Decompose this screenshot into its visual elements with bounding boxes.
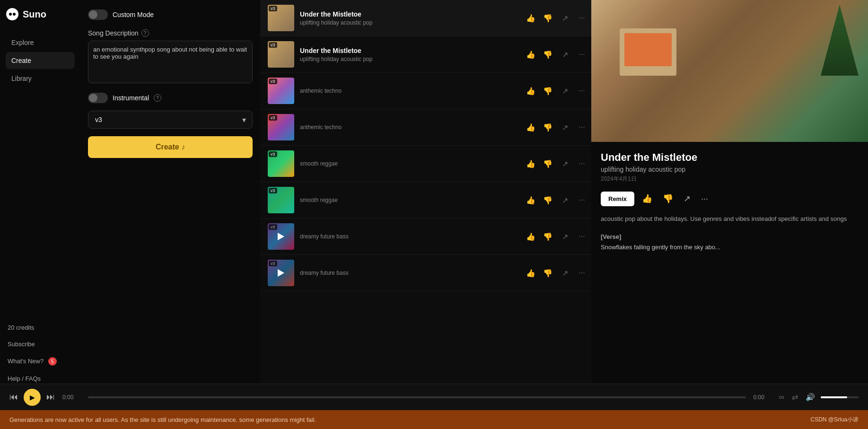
like-button[interactable]: 👍 — [524, 266, 537, 280]
song-list-item[interactable]: v3 Under the Mistletoe uplifting holiday… — [260, 0, 596, 36]
right-description: acoustic pop about the holidays. Use gen… — [601, 214, 859, 224]
song-thumbnail: v3 — [268, 5, 294, 31]
song-genre: smooth reggae — [300, 197, 518, 203]
more-button[interactable]: ··· — [575, 157, 588, 170]
remix-button[interactable]: Remix — [601, 192, 634, 206]
custom-mode-thumb — [89, 10, 97, 19]
like-button[interactable]: 👍 — [524, 11, 537, 25]
svg-point-2 — [13, 13, 16, 16]
song-description-input[interactable] — [88, 41, 253, 83]
sidebar-item-library[interactable]: Library — [6, 70, 75, 87]
version-badge: v3 — [269, 6, 277, 11]
song-list-item[interactable]: v3 smooth reggae 👍 👎 ↗ ··· — [260, 146, 596, 182]
version-badge: v3 — [269, 151, 277, 157]
song-description-help-icon[interactable]: ? — [141, 29, 149, 37]
dislike-button[interactable]: 👎 — [541, 48, 554, 61]
song-info: dreamy future bass — [300, 270, 518, 276]
song-info: anthemic techno — [300, 88, 518, 94]
right-dislike-button[interactable]: 👎 — [660, 191, 676, 207]
like-button[interactable]: 👍 — [524, 157, 537, 170]
song-list-item[interactable]: v3 Under the Mistletoe uplifting holiday… — [260, 36, 596, 73]
song-list-item[interactable]: v3 anthemic techno 👍 👎 ↗ ··· — [260, 109, 596, 146]
song-list-item[interactable]: v3 smooth reggae 👍 👎 ↗ ··· — [260, 182, 596, 219]
instrumental-thumb — [89, 94, 97, 102]
song-description-label-row: Song Description ? — [88, 29, 253, 37]
song-genre: uplifting holiday acoustic pop — [300, 56, 518, 62]
fire-decoration — [624, 33, 672, 66]
more-button[interactable]: ··· — [575, 11, 588, 25]
more-button[interactable]: ··· — [575, 230, 588, 243]
song-list: v3 Under the Mistletoe uplifting holiday… — [260, 0, 596, 291]
right-like-button[interactable]: 👍 — [639, 191, 655, 207]
play-triangle-icon — [278, 269, 284, 277]
custom-mode-toggle[interactable] — [88, 9, 108, 20]
right-panel: Under the Mistletoe uplifting holiday ac… — [591, 0, 868, 407]
share-button[interactable]: ↗ — [558, 84, 571, 97]
sidebar-item-credits[interactable]: 20 credits — [6, 320, 75, 335]
sidebar-item-subscribe[interactable]: Subscribe — [6, 337, 75, 351]
custom-mode-row: Custom Mode — [88, 9, 253, 20]
sidebar-item-create[interactable]: Create — [6, 52, 75, 69]
song-list-item[interactable]: v3 dreamy future bass 👍 👎 ↗ ··· — [260, 255, 596, 291]
song-title: Under the Mistletoe — [300, 10, 518, 18]
share-button[interactable]: ↗ — [558, 48, 571, 61]
song-genre: anthemic techno — [300, 88, 518, 94]
instrumental-help-icon[interactable]: ? — [154, 94, 161, 102]
left-panel: Custom Mode Song Description ? Instrumen… — [80, 0, 260, 407]
sidebar: Suno Explore Create Library 20 credits S… — [0, 0, 80, 429]
song-thumbnail: v3 — [268, 223, 294, 250]
right-more-button[interactable]: ··· — [698, 191, 711, 207]
more-button[interactable]: ··· — [575, 48, 588, 61]
right-share-button[interactable]: ↗ — [681, 191, 693, 207]
dislike-button[interactable]: 👎 — [541, 230, 554, 243]
song-actions: 👍 👎 ↗ ··· — [524, 230, 588, 243]
tree-decoration — [821, 5, 859, 76]
logo[interactable]: Suno — [6, 8, 75, 21]
shuffle-button[interactable]: ⇄ — [792, 393, 798, 402]
song-list-item[interactable]: v3 dreamy future bass 👍 👎 ↗ ··· — [260, 219, 596, 255]
next-button[interactable]: ⏭ — [46, 392, 55, 402]
right-info: Under the Mistletoe uplifting holiday ac… — [591, 142, 868, 262]
share-button[interactable]: ↗ — [558, 11, 571, 25]
share-button[interactable]: ↗ — [558, 121, 571, 134]
play-button[interactable]: ▶ — [24, 389, 41, 406]
song-genre: smooth reggae — [300, 160, 518, 167]
more-button[interactable]: ··· — [575, 121, 588, 134]
like-button[interactable]: 👍 — [524, 121, 537, 134]
song-info: smooth reggae — [300, 160, 518, 167]
song-list-item[interactable]: v3 anthemic techno 👍 👎 ↗ ··· — [260, 73, 596, 109]
version-select[interactable]: v3 v2 v1 — [88, 111, 253, 129]
instrumental-toggle[interactable] — [88, 93, 108, 103]
version-badge: v3 — [269, 188, 277, 193]
lyrics: [Verse] Snowflakes falling gently from t… — [601, 232, 859, 253]
sidebar-item-explore[interactable]: Explore — [6, 34, 75, 51]
like-button[interactable]: 👍 — [524, 193, 537, 207]
dislike-button[interactable]: 👎 — [541, 11, 554, 25]
prev-button[interactable]: ⏮ — [9, 392, 18, 402]
progress-bar[interactable] — [88, 396, 746, 398]
sidebar-item-whats-new[interactable]: What's New? 5 — [6, 353, 75, 369]
more-button[interactable]: ··· — [575, 84, 588, 97]
play-triangle-icon — [278, 233, 284, 240]
dislike-button[interactable]: 👎 — [541, 84, 554, 97]
like-button[interactable]: 👍 — [524, 84, 537, 97]
volume-bar[interactable] — [821, 396, 859, 398]
share-button[interactable]: ↗ — [558, 266, 571, 280]
like-button[interactable]: 👍 — [524, 230, 537, 243]
share-button[interactable]: ↗ — [558, 157, 571, 170]
share-button[interactable]: ↗ — [558, 193, 571, 207]
loop-button[interactable]: ∞ — [779, 393, 784, 402]
dislike-button[interactable]: 👎 — [541, 121, 554, 134]
dislike-button[interactable]: 👎 — [541, 157, 554, 170]
more-button[interactable]: ··· — [575, 266, 588, 280]
dislike-button[interactable]: 👎 — [541, 266, 554, 280]
create-button[interactable]: Create ♪ — [88, 136, 253, 158]
play-overlay — [268, 260, 294, 286]
bottom-banner: Generations are now active for all users… — [0, 410, 868, 429]
dislike-button[interactable]: 👎 — [541, 193, 554, 207]
like-button[interactable]: 👍 — [524, 48, 537, 61]
song-info: Under the Mistletoe uplifting holiday ac… — [300, 10, 518, 26]
svg-point-0 — [6, 8, 18, 20]
share-button[interactable]: ↗ — [558, 230, 571, 243]
more-button[interactable]: ··· — [575, 193, 588, 207]
